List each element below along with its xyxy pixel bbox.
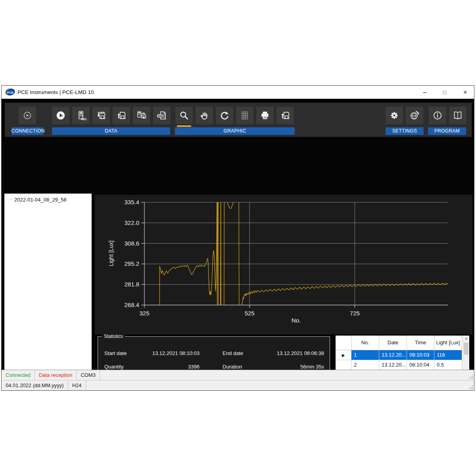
title-bar[interactable]: PCE PCE Instruments | PCE-LMD 10 – □ × [2,86,474,99]
pan-tool-button[interactable] [196,107,213,124]
reset-view-button[interactable] [216,107,233,124]
save-upload-icon [116,110,127,121]
svg-text:335.4: 335.4 [124,199,139,205]
stat-value: 56min 35s [270,364,324,370]
stat-label: End date [223,350,270,356]
stat-value: 13.12.2021 09:06:38 [270,350,324,356]
export-csv-button[interactable]: CSV [153,107,171,124]
table-cell[interactable]: 08:10:03 [407,350,434,360]
stat-label: Quantity [104,364,152,370]
stat-label: Average [104,391,152,391]
table-header-no[interactable]: No. [351,336,379,350]
status-bar-datetime: 04.01.2022 (dd.MM.yyyy)H24 [2,380,474,390]
table-header-date[interactable]: Date [379,336,407,350]
measurement-tree: 2022-01-04_08_29_58 [4,194,92,391]
close-button[interactable]: × [456,86,474,99]
print-button[interactable] [256,107,274,124]
window-title: PCE Instruments | PCE-LMD 10 [17,86,94,99]
svg-text:308.6: 308.6 [124,240,139,247]
row-selector-cell[interactable]: ▶ [336,350,351,360]
grid-icon [240,110,250,121]
disconnect-icon [22,110,33,121]
resize-grip-icon [468,384,473,390]
read-data-button[interactable] [52,107,69,124]
y-axis-label: Light [Lux] [108,241,114,267]
scrollbar-thumb[interactable] [464,343,468,355]
status-item: COM3 [77,370,100,380]
stat-value: 285.2 [152,391,200,391]
stat-label: Std. Dev. [223,391,270,391]
svg-text:725: 725 [350,310,360,317]
disconnect-button[interactable] [19,107,36,124]
zoom-tool-button[interactable] [175,107,193,124]
manual-button[interactable] [449,107,466,124]
chart-panel[interactable]: 335.4322.0308.6295.2281.8268.4325525725N… [95,195,472,334]
svg-text:295.2: 295.2 [124,260,139,267]
gear-icon [389,110,399,121]
table-row[interactable]: 213.12.20...08:10:040.5 [336,360,469,370]
tree-item-label: 2022-01-04_08_29_58 [14,197,67,203]
save-graphic-button[interactable] [276,107,294,124]
info-button[interactable] [429,107,446,124]
stat-value: 22.6 [270,391,324,391]
x-axis-label: No. [292,317,301,324]
status-bar-connection: ConnectedData receptionCOM3 [2,370,474,380]
status-item: H24 [68,380,86,390]
stat-value: 3396 [152,364,200,370]
table-header-rowselector [336,336,351,350]
toolbar: REC [2,99,474,137]
light-chart[interactable]: 335.4322.0308.6295.2281.8268.4325525725N… [95,195,472,334]
svg-text:325: 325 [139,310,149,317]
row-selector-cell[interactable] [336,360,351,370]
svg-text:PCE: PCE [7,91,14,94]
svg-text:281.8: 281.8 [124,281,139,288]
table-cell[interactable]: 13.12.20... [379,360,407,370]
tree-item-measurement[interactable]: 2022-01-04_08_29_58 [4,194,92,203]
info-icon [432,110,443,121]
hand-icon [199,110,209,121]
table-header-time[interactable]: Time [407,336,434,350]
device-record-button[interactable]: REC [72,107,90,124]
statistics-title: Statistics [102,334,125,339]
scroll-up-icon[interactable]: ∧ [463,336,469,342]
load-data-button[interactable] [113,107,130,124]
play-icon [56,110,66,121]
toolbar-group-label-program: PROGRAM [428,127,466,135]
table-cell[interactable]: 116 [434,350,462,360]
status-item: Connected [2,370,35,380]
minimize-button[interactable]: – [416,86,434,99]
save-download-icon [96,110,106,121]
table-header-light[interactable]: Light [Lux] [434,336,462,350]
tree-branch-dots [7,200,13,200]
status-item: Data reception [35,370,77,380]
open-book-icon [453,110,463,121]
table-cell[interactable]: 13.12.20... [379,350,407,360]
content-area: 2022-01-04_08_29_58 335.4322.0308.6295.2… [2,137,474,370]
table-header-row: No. Date Time Light [Lux] [336,336,469,350]
app-window: PCE PCE Instruments | PCE-LMD 10 – □ × [1,85,474,391]
table-cell[interactable]: 08:10:04 [407,360,434,370]
stat-value: 13.12.2021 08:10:03 [152,350,200,356]
status-item: 04.01.2022 (dd.MM.yyyy) [2,380,68,390]
toolbar-group-label-settings: SETTINGS [386,127,424,135]
toolbar-group-label-graphic: GRAPHIC [175,127,295,135]
language-button[interactable] [406,107,423,124]
table-cell[interactable]: 0.5 [434,360,462,370]
save-data-button[interactable] [92,107,110,124]
table-row[interactable]: ▶113.12.20...08:10:03116 [336,350,469,360]
globe-icon [409,110,420,121]
reset-rotate-icon [219,110,230,121]
transfer-view-button[interactable] [133,107,150,124]
table-cell[interactable]: 2 [351,360,379,370]
settings-button[interactable] [386,107,403,124]
selected-row-arrow-icon: ▶ [342,353,345,357]
toolbar-group-label-data: DATA [52,127,170,135]
table-cell[interactable]: 1 [351,350,379,360]
svg-text:322.0: 322.0 [124,219,139,226]
statistics-row: Start date13.12.2021 08:10:03End date13.… [98,346,330,360]
maximize-button[interactable]: □ [436,86,454,99]
svg-text:268.4: 268.4 [124,301,139,308]
toolbar-panel: REC [5,103,472,137]
grid-toggle-button[interactable] [236,107,253,124]
stat-label: Duration [223,364,270,370]
